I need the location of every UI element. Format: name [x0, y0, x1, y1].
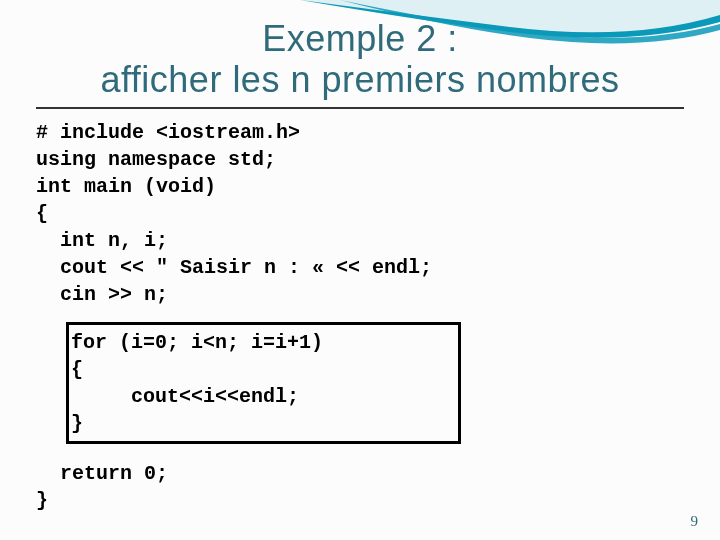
code-pre: # include <iostream.h> using namespace s… [36, 119, 684, 308]
code-post: return 0; } [36, 460, 684, 514]
page-number: 9 [691, 513, 699, 530]
title-line-1: Exemple 2 : [262, 18, 458, 59]
slide-title: Exemple 2 : afficher les n premiers nomb… [0, 0, 720, 101]
title-underline [36, 107, 684, 109]
title-line-2: afficher les n premiers nombres [100, 59, 619, 100]
code-boxed-section: for (i=0; i<n; i=i+1) { cout<<i<<endl; } [66, 322, 461, 444]
